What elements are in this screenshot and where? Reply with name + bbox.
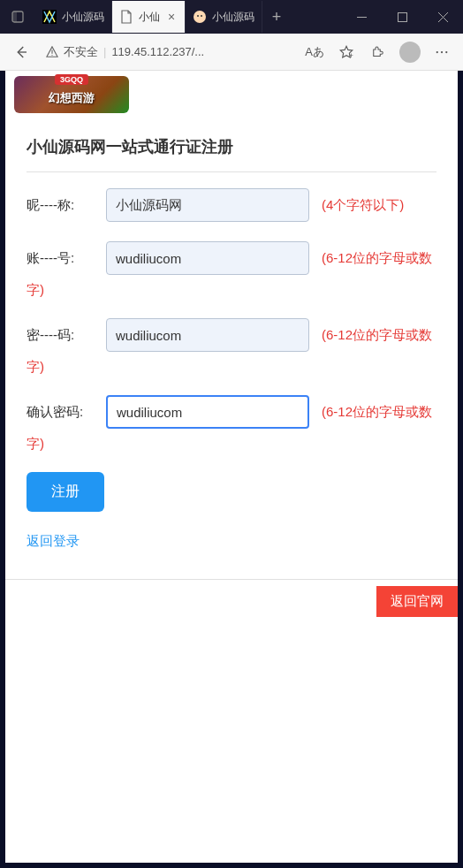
file-icon	[119, 10, 133, 24]
svg-point-4	[197, 15, 199, 17]
tab-favicon-2	[193, 10, 207, 24]
window-titlebar: 小仙源码 小仙 × 小仙源码 +	[0, 0, 463, 34]
password-label: 密----码:	[27, 327, 106, 344]
password-hint-2: 字)	[27, 359, 436, 376]
svg-point-12	[51, 54, 52, 55]
maximize-button[interactable]	[382, 0, 422, 34]
security-text: 不安全	[64, 44, 98, 60]
account-hint-2: 字)	[27, 282, 436, 299]
browser-tab-0[interactable]: 小仙源码	[35, 1, 112, 33]
form-title: 小仙源码网一站式通行证注册	[27, 136, 436, 157]
logo-text: 幻想西游	[49, 90, 95, 106]
nickname-input[interactable]	[106, 188, 309, 222]
account-label: 账----号:	[27, 250, 106, 267]
tab-favicon-0	[42, 10, 57, 24]
svg-point-15	[441, 50, 443, 52]
svg-point-16	[445, 50, 447, 52]
password-input[interactable]	[106, 318, 309, 352]
password-hint: (6-12位的字母或数	[322, 327, 432, 344]
browser-tab-2[interactable]: 小仙源码	[186, 1, 262, 33]
tab-actions-icon[interactable]	[0, 0, 35, 34]
confirm-hint: (6-12位的字母或数	[322, 404, 432, 421]
svg-point-3	[194, 11, 206, 23]
url-text: 119.45.112.237/...	[111, 45, 290, 58]
tab-label-2: 小仙源码	[212, 10, 254, 25]
extensions-button[interactable]	[364, 38, 392, 66]
register-button[interactable]: 注册	[27, 472, 104, 512]
svg-text:+: +	[349, 51, 353, 59]
confirm-hint-2: 字)	[27, 436, 436, 453]
close-window-button[interactable]	[422, 0, 463, 34]
register-form: 小仙源码网一站式通行证注册 昵----称: (4个字符以下) 账----号: (…	[5, 118, 458, 567]
new-tab-button[interactable]: +	[262, 3, 291, 31]
back-button[interactable]	[7, 38, 35, 66]
logo-area: 3GQQ 幻想西游	[5, 71, 458, 118]
game-logo[interactable]: 3GQQ 幻想西游	[14, 76, 129, 113]
close-tab-icon[interactable]: ×	[165, 11, 178, 23]
confirm-label: 确认密码:	[27, 404, 106, 421]
return-official-button[interactable]: 返回官网	[376, 586, 458, 617]
svg-rect-7	[398, 12, 406, 21]
svg-point-14	[436, 50, 438, 52]
not-secure-icon	[46, 46, 58, 58]
bottom-divider	[5, 579, 458, 580]
back-to-login-link[interactable]: 返回登录	[27, 533, 80, 548]
side-decoration	[458, 407, 463, 583]
reader-mode-button[interactable]: Aあ	[300, 38, 329, 66]
account-input[interactable]	[106, 241, 309, 275]
tab-label-1: 小仙	[139, 10, 160, 25]
confirm-input[interactable]	[106, 395, 309, 429]
profile-button[interactable]	[396, 38, 424, 66]
account-hint: (6-12位的字母或数	[322, 250, 432, 267]
nickname-label: 昵----称:	[27, 197, 106, 214]
divider	[27, 171, 436, 172]
favorites-button[interactable]: +	[332, 38, 361, 66]
menu-button[interactable]	[428, 38, 456, 66]
nickname-hint: (4个字符以下)	[322, 197, 404, 214]
address-bar: 不安全 | 119.45.112.237/... Aあ +	[0, 34, 463, 71]
page-viewport: 3GQQ 幻想西游 小仙源码网一站式通行证注册 昵----称: (4个字符以下)…	[0, 71, 463, 868]
svg-rect-1	[12, 11, 17, 22]
svg-point-5	[201, 15, 202, 17]
avatar	[399, 42, 421, 63]
logo-badge: 3GQQ	[55, 74, 88, 85]
url-box[interactable]: 不安全 | 119.45.112.237/...	[42, 44, 293, 60]
url-separator: |	[103, 45, 106, 58]
tab-label-0: 小仙源码	[62, 10, 104, 25]
browser-tab-1[interactable]: 小仙 ×	[112, 1, 186, 33]
minimize-button[interactable]	[341, 0, 382, 34]
